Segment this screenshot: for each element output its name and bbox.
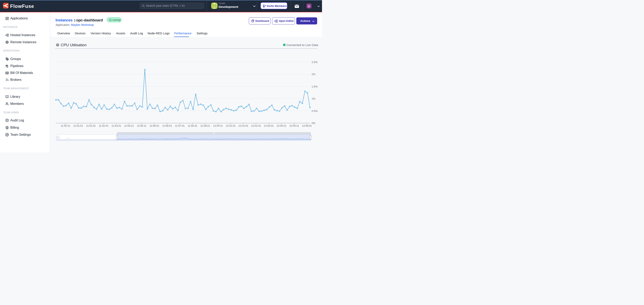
svg-text:11:50:11: 11:50:11 [61,124,70,127]
svg-text:2.5%: 2.5% [312,61,318,64]
svg-text:11:51:01: 11:51:01 [73,124,83,127]
svg-text:0.5%: 0.5% [312,109,318,112]
svg-text:11:58:31: 11:58:31 [188,124,198,127]
svg-text:11:54:21: 11:54:21 [124,124,134,127]
svg-text:12:06:01: 12:06:01 [302,124,312,127]
svg-text:2%: 2% [312,73,316,76]
svg-text:12:02:41: 12:02:41 [251,124,261,127]
svg-text:11:51:51: 11:51:51 [86,124,96,127]
svg-text:12:01:51: 12:01:51 [238,124,248,127]
svg-text:12:05:11: 12:05:11 [289,124,299,127]
svg-text:11:57:41: 11:57:41 [175,124,185,127]
svg-text:11:53:31: 11:53:31 [112,124,121,127]
svg-text:1.5%: 1.5% [312,85,318,88]
svg-text:11:59:21: 11:59:21 [200,124,210,127]
svg-text:11:55:11: 11:55:11 [137,124,146,127]
svg-text:11:52:41: 11:52:41 [99,124,108,127]
svg-text:12:00:11: 12:00:11 [213,124,223,127]
svg-text:12:03:31: 12:03:31 [264,124,274,127]
svg-text:0%: 0% [312,122,316,125]
svg-text:1%: 1% [312,97,316,100]
svg-text:11:56:51: 11:56:51 [162,124,172,127]
svg-text:12:01:01: 12:01:01 [226,124,236,127]
svg-text:11:56:01: 11:56:01 [150,124,159,127]
svg-text:12:04:21: 12:04:21 [276,124,286,127]
